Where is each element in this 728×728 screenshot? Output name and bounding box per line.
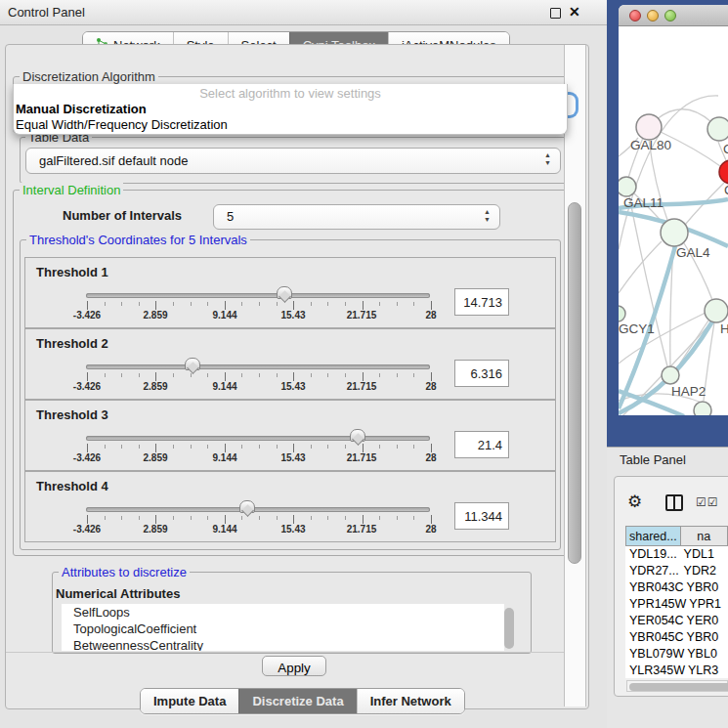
- minimize-traffic-light-icon[interactable]: [647, 10, 659, 21]
- tick-label: 28: [425, 452, 436, 463]
- table-horizontal-scrollbar-thumb[interactable]: [629, 683, 728, 691]
- threshold-3-slider-thumb[interactable]: [350, 429, 365, 442]
- apply-button[interactable]: Apply: [262, 656, 326, 676]
- algorithm-option-manual[interactable]: Manual Discretization: [16, 102, 147, 116]
- table-data-combo[interactable]: galFiltered.sif default node ▲▼: [25, 148, 561, 174]
- table-header-row: shared... na: [625, 526, 728, 546]
- tick-label: -3.426: [73, 381, 101, 392]
- threshold-4-slider[interactable]: [86, 507, 430, 512]
- node-gal11: [619, 177, 636, 196]
- discretization-algorithm-title: Discretization Algorithm: [20, 69, 158, 84]
- threshold-4-value-field[interactable]: 11.344: [454, 502, 509, 530]
- number-of-intervals-value: 5: [227, 205, 234, 229]
- table-panel-title: Table Panel: [620, 452, 686, 467]
- table-row[interactable]: YLR345WYLR3: [625, 663, 728, 678]
- threshold-1-panel: Threshold 1 -3.426 2.859 9.144 15.43 21.…: [24, 257, 556, 328]
- threshold-3-slider[interactable]: [86, 436, 430, 441]
- thresholds-group-title: Threshold's Coordinates for 5 Intervals: [26, 233, 250, 247]
- table-row[interactable]: YPR145WYPR1: [625, 596, 728, 613]
- table-row[interactable]: YDL19...YDL1: [625, 546, 728, 563]
- float-window-icon[interactable]: [550, 8, 561, 19]
- node-h: [705, 299, 728, 322]
- node-partial-top-right: [707, 117, 728, 141]
- numerical-attributes-list: SelfLoops TopologicalCoefficient Between…: [62, 604, 504, 651]
- threshold-4-slider-thumb[interactable]: [239, 500, 255, 513]
- threshold-1-label: Threshold 1: [36, 265, 108, 279]
- checkboxes-icon[interactable]: ☑☑: [696, 495, 719, 509]
- tab-discretize-data[interactable]: Discretize Data: [238, 689, 356, 713]
- tick-label: 28: [425, 381, 436, 392]
- column-header-name[interactable]: na: [681, 526, 728, 546]
- columns-icon[interactable]: [665, 494, 683, 511]
- list-item-topologicalcoefficient[interactable]: TopologicalCoefficient: [62, 621, 504, 637]
- tick-label: 9.144: [212, 381, 236, 392]
- tick-label: 21.715: [347, 310, 377, 321]
- threshold-1-slider-thumb[interactable]: [277, 286, 292, 299]
- table-row[interactable]: YER054CYER0: [625, 613, 728, 629]
- tick-label: 21.715: [347, 381, 377, 392]
- tick-label: 21.715: [347, 452, 377, 463]
- label-h: H: [720, 321, 728, 336]
- table-row[interactable]: YBL079WYBL0: [625, 646, 728, 663]
- attributes-list-scrollbar[interactable]: [504, 608, 514, 649]
- tick-label: 15.43: [280, 381, 305, 392]
- gear-icon[interactable]: ⚙: [627, 492, 642, 512]
- label-partial-c: C: [724, 183, 728, 197]
- label-gal11: GAL11: [623, 195, 664, 210]
- node-table: shared... na: [625, 526, 728, 546]
- column-header-shared[interactable]: shared...: [625, 526, 681, 546]
- table-row[interactable]: YDR27...YDR2: [625, 563, 728, 579]
- tick-label: 15.43: [280, 452, 305, 463]
- zoom-traffic-light-icon[interactable]: [664, 10, 676, 21]
- tick-label: 2.859: [143, 452, 167, 463]
- list-item-betweennesscentrality[interactable]: BetweennessCentrality: [62, 637, 504, 651]
- tick-label: -3.426: [73, 524, 101, 535]
- tick-label: 9.144: [212, 452, 236, 463]
- panel-scrollbar-thumb[interactable]: [568, 202, 581, 564]
- control-panel-titlebar[interactable]: Control Panel: [0, 0, 607, 25]
- tick-label: 28: [425, 310, 436, 321]
- list-item-selfloops[interactable]: SelfLoops: [62, 604, 504, 621]
- tab-infer-network[interactable]: Infer Network: [357, 689, 464, 713]
- number-of-intervals-spinner[interactable]: 5 ▲▼: [213, 204, 500, 230]
- network-window-titlebar[interactable]: [619, 5, 728, 26]
- tick-label: 15.43: [280, 310, 305, 321]
- table-data-combo-value: galFiltered.sif default node: [39, 149, 188, 173]
- tick-label: 28: [425, 524, 436, 535]
- close-traffic-light-icon[interactable]: [629, 10, 641, 21]
- control-panel-title: Control Panel: [8, 5, 85, 20]
- threshold-1-value-field[interactable]: 14.713: [454, 288, 509, 316]
- tick-label: -3.426: [73, 452, 101, 463]
- threshold-2-slider-thumb[interactable]: [185, 358, 200, 370]
- label-partial-g: GA: [723, 142, 728, 156]
- label-gal80: GAL80: [630, 138, 671, 152]
- threshold-3-value-field[interactable]: 21.4: [454, 431, 509, 458]
- table-row[interactable]: YBR045CYBR0: [625, 629, 728, 646]
- algorithm-option-equal-width[interactable]: Equal Width/Frequency Discretization: [16, 117, 228, 132]
- node-red-selected: [719, 160, 728, 184]
- threshold-2-panel: Threshold 2 -3.426 2.859 9.144 15.43 21.…: [24, 328, 556, 400]
- algorithm-dropdown-popup: Select algorithm to view settings Manual…: [13, 84, 568, 135]
- tab-impute-data[interactable]: Impute Data: [141, 689, 238, 713]
- network-canvas[interactable]: GAL80 GA C GAL11 GAL4 GCY1 H HAP2: [619, 26, 728, 415]
- threshold-2-value-field[interactable]: 6.316: [454, 360, 509, 387]
- threshold-2-slider[interactable]: [86, 364, 430, 369]
- combo-stepper-icon[interactable]: ▲▼: [544, 151, 551, 167]
- threshold-1-slider[interactable]: [86, 293, 430, 298]
- network-node-labels: GAL80 GA C GAL11 GAL4 GCY1 H HAP2: [619, 138, 728, 399]
- table-horizontal-scrollbar[interactable]: [626, 680, 728, 692]
- threshold-3-label: Threshold 3: [36, 407, 108, 422]
- table-rows: YDL19...YDL1 YDR27...YDR2 YBR043CYBR0 YP…: [625, 546, 728, 678]
- tick-label: -3.426: [73, 310, 101, 321]
- table-row[interactable]: YBR043CYBR0: [625, 579, 728, 596]
- node-gcy1: [619, 306, 625, 321]
- node-gal80: [636, 114, 662, 140]
- tick-label: 21.715: [347, 524, 377, 535]
- tick-label: 2.859: [143, 310, 167, 321]
- threshold-3-panel: Threshold 3 -3.426 2.859 9.144 15.43 21.…: [24, 400, 556, 471]
- threshold-4-label: Threshold 4: [36, 479, 108, 493]
- algorithm-hint-item[interactable]: Select algorithm to view settings: [14, 86, 567, 101]
- spinner-stepper-icon[interactable]: ▲▼: [484, 208, 491, 224]
- close-icon[interactable]: ✕: [569, 4, 580, 20]
- label-gcy1: GCY1: [619, 321, 655, 336]
